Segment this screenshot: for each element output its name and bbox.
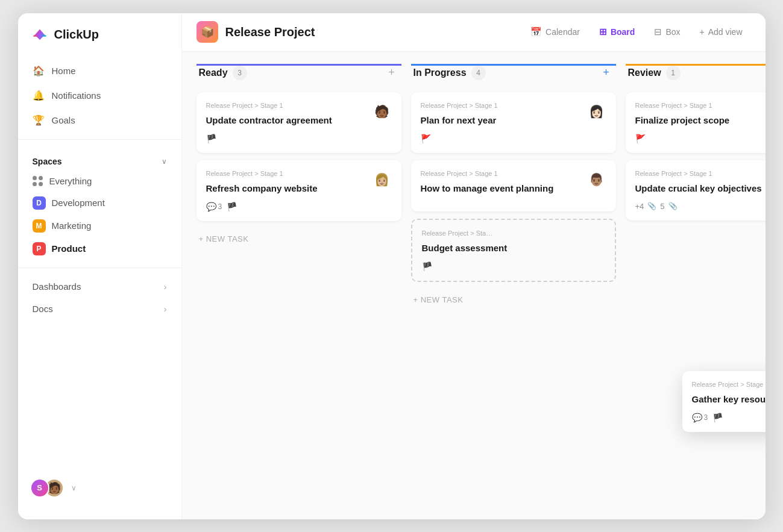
clickup-logo-icon	[30, 25, 49, 45]
card-title: Refresh company website	[206, 182, 392, 195]
column-ready-count: 3	[233, 66, 247, 80]
sidebar-item-goals-label: Goals	[52, 115, 75, 125]
tab-board-label: Board	[611, 27, 635, 37]
column-review-count: 1	[666, 66, 681, 80]
sidebar-footer: S 🧑🏾 ∨	[18, 469, 181, 507]
main-header: 📦 Release Project 📅 Calendar ⊞ Board ⊟ B…	[182, 13, 766, 52]
sidebar-item-docs[interactable]: Docs ›	[18, 298, 181, 320]
plus-icon: +	[700, 27, 705, 37]
comment-icon: 💬	[206, 202, 216, 211]
task-card-update-contractor[interactable]: Release Project > Stage 1 🧑🏾 Update cont…	[197, 92, 401, 153]
project-icon: 📦	[197, 21, 218, 43]
sidebar-item-home-label: Home	[52, 66, 76, 76]
floating-card-footer: 💬 3 🏴	[692, 413, 766, 422]
card-avatar: 👩🏼	[373, 170, 392, 189]
card-title: Plan for next year	[421, 114, 606, 127]
user-avatar-stack[interactable]: S 🧑🏾	[30, 478, 64, 498]
column-review-title: Review	[628, 67, 661, 78]
sidebar-item-notifications-label: Notifications	[52, 90, 101, 101]
avatar-s: S	[30, 478, 49, 498]
paperclip-icon: 📎	[647, 202, 656, 210]
card-footer: +4 📎 5 📎	[635, 202, 766, 211]
footer-chevron-icon[interactable]: ∨	[71, 484, 77, 492]
floating-card-gather-resources[interactable]: ✛ Release Project > Stage 1 👩🏼‍🦳 Gather …	[682, 371, 766, 432]
column-inprogress-count: 4	[471, 66, 486, 80]
marketing-badge: M	[33, 219, 46, 233]
card-meta: Release Project > Stage 1	[421, 170, 606, 177]
sidebar-logo: ClickUp	[18, 25, 181, 59]
column-inprogress-add-button[interactable]: +	[599, 66, 614, 80]
divider2	[18, 268, 181, 268]
column-ready: Ready 3 + Release Project > Stage 1 🧑🏾 U…	[197, 64, 401, 507]
header-tabs: 📅 Calendar ⊞ Board ⊟ Box + Add view	[522, 22, 750, 42]
home-icon: 🏠	[33, 65, 45, 77]
sidebar-item-dashboards[interactable]: Dashboards ›	[18, 275, 181, 298]
column-review-header: Review 1 +	[626, 64, 766, 85]
divider1	[18, 139, 181, 140]
sidebar-item-everything[interactable]: Everything	[18, 171, 181, 192]
comment-count: 3	[218, 202, 222, 211]
tab-box[interactable]: ⊟ Box	[646, 22, 688, 42]
board-area: Ready 3 + Release Project > Stage 1 🧑🏾 U…	[182, 52, 766, 519]
column-ready-add-button[interactable]: +	[385, 66, 399, 80]
task-card-budget-assessment[interactable]: Release Project > Sta… Budget assessment…	[411, 219, 616, 282]
comment-badge: 💬 3	[692, 413, 708, 422]
card-avatar: 👩🏻	[587, 102, 606, 121]
attach-count: 5	[660, 202, 664, 211]
sidebar-item-marketing[interactable]: M Marketing	[18, 214, 181, 237]
task-card-update-objectives[interactable]: Release Project > Stage 1 Update crucial…	[626, 160, 766, 221]
card-meta: Release Project > Sta…	[422, 230, 605, 237]
sidebar-item-notifications[interactable]: 🔔 Notifications	[25, 84, 174, 107]
card-avatar: 🧑🏾	[373, 102, 392, 121]
sidebar-item-goals[interactable]: 🏆 Goals	[25, 108, 174, 132]
card-meta: Release Project > Stage 1	[421, 102, 606, 109]
card-footer: 💬 3 🏴	[206, 202, 392, 211]
tab-calendar[interactable]: 📅 Calendar	[522, 22, 588, 42]
space-everything-label: Everything	[49, 176, 92, 186]
card-title: Update crucial key objectives	[635, 182, 766, 195]
spaces-label: Spaces	[33, 157, 62, 166]
flag-green-icon: 🏴	[712, 413, 723, 422]
calendar-icon: 📅	[530, 27, 542, 37]
column-ready-header: Ready 3 +	[197, 64, 401, 85]
task-card-plan-next-year[interactable]: Release Project > Stage 1 👩🏻 Plan for ne…	[411, 92, 616, 153]
sidebar-item-development[interactable]: D Development	[18, 192, 181, 214]
card-title: Budget assessment	[422, 242, 605, 254]
add-view-button[interactable]: + Add view	[691, 22, 751, 42]
new-task-ready-label: + NEW TASK	[199, 234, 249, 243]
attach-info: +4 📎 5 📎	[635, 202, 678, 211]
card-meta: Release Project > Stage 1	[206, 170, 392, 177]
card-meta: Release Project > Stage 1	[206, 102, 392, 109]
column-inprogress: In Progress 4 + Release Project > Stage …	[411, 64, 616, 507]
new-task-ready-button[interactable]: + NEW TASK	[197, 228, 401, 249]
space-development-label: Development	[52, 198, 105, 208]
column-inprogress-title: In Progress	[414, 67, 467, 78]
box-icon: ⊟	[654, 27, 662, 37]
development-badge: D	[33, 196, 46, 210]
sidebar-item-product[interactable]: P Product	[18, 237, 181, 260]
column-ready-title: Ready	[199, 67, 228, 78]
docs-chevron-icon: ›	[164, 304, 167, 314]
new-task-inprogress-button[interactable]: + NEW TASK	[411, 289, 616, 310]
product-badge: P	[33, 242, 46, 255]
card-title: Finalize project scope	[635, 114, 766, 127]
card-footer: 🏴	[422, 261, 605, 271]
task-card-finalize-scope[interactable]: Release Project > Stage 1 Finalize proje…	[626, 92, 766, 153]
flag-orange-icon: 🏴	[422, 261, 432, 271]
tab-board[interactable]: ⊞ Board	[591, 22, 643, 42]
sidebar-nav: 🏠 Home 🔔 Notifications 🏆 Goals	[18, 59, 181, 132]
main-content: 📦 Release Project 📅 Calendar ⊞ Board ⊟ B…	[182, 13, 766, 519]
add-view-label: Add view	[708, 27, 743, 37]
goals-icon: 🏆	[33, 114, 45, 126]
notifications-icon: 🔔	[33, 90, 45, 101]
extras-count: +4	[635, 202, 644, 211]
project-title-area: 📦 Release Project	[197, 21, 508, 43]
spaces-chevron-icon[interactable]: ∨	[162, 157, 167, 166]
flag-red-icon: 🚩	[421, 134, 431, 143]
floating-card-title: Gather key resources	[692, 393, 766, 405]
task-card-refresh-website[interactable]: Release Project > Stage 1 👩🏼 Refresh com…	[197, 160, 401, 221]
task-card-manage-event[interactable]: Release Project > Stage 1 👨🏽 How to mana…	[411, 160, 616, 211]
dashboards-chevron-icon: ›	[164, 281, 167, 292]
sidebar-item-home[interactable]: 🏠 Home	[25, 59, 174, 83]
comment-icon: 💬	[692, 413, 702, 422]
